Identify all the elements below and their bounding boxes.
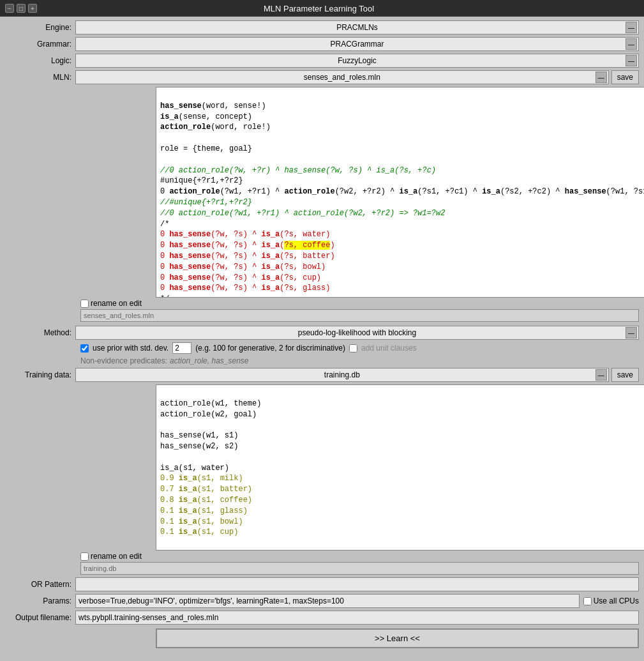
mln-dropdown[interactable]: senses_and_roles.mln — — [75, 70, 609, 84]
method-arrow[interactable]: — — [625, 327, 637, 338]
training-filename-input[interactable] — [80, 562, 639, 575]
options-row: use prior with std. dev. (e.g. 100 for g… — [80, 342, 639, 354]
engine-dropdown[interactable]: PRACMLNs — — [75, 20, 639, 34]
use-all-cpus-label: Use all CPUs — [594, 596, 639, 605]
or-pattern-input[interactable] — [75, 577, 639, 591]
output-label: Output filename: — [5, 613, 75, 622]
engine-label: Engine: — [5, 23, 75, 32]
mln-row: MLN: senses_and_roles.mln — save — [5, 70, 639, 84]
method-value: pseudo-log-likelihood with blocking — [298, 328, 416, 337]
std-dev-input[interactable] — [172, 342, 191, 354]
add-unit-checkbox[interactable] — [349, 344, 357, 353]
example-text: (e.g. 100 for generative, 2 for discrimi… — [195, 344, 345, 353]
use-all-cpus-checkbox[interactable] — [583, 597, 592, 605]
engine-value: PRACMLNs — [336, 23, 378, 32]
training-arrow[interactable]: — — [595, 369, 607, 381]
output-filename-input[interactable] — [75, 611, 639, 625]
training-code-editor[interactable]: action_role(w1, theme) action_role(w2, g… — [156, 385, 644, 551]
grammar-row: Grammar: PRACGrammar — — [5, 37, 639, 51]
learn-button[interactable]: >> Learn << — [156, 628, 639, 648]
training-rename-label: rename on edit — [91, 552, 142, 561]
training-dropdown[interactable]: training.db — — [75, 368, 609, 382]
method-dropdown[interactable]: pseudo-log-likelihood with blocking — — [75, 326, 639, 340]
params-label: Params: — [5, 596, 75, 605]
minimize-btn[interactable]: − — [5, 4, 14, 13]
logic-row: Logic: FuzzyLogic — — [5, 54, 639, 68]
engine-row: Engine: PRACMLNs — — [5, 20, 639, 34]
output-row: Output filename: — [5, 611, 639, 625]
window-title: MLN Parameter Learning Tool — [37, 4, 601, 13]
mln-filename: senses_and_roles.mln — [304, 73, 380, 82]
logic-dropdown[interactable]: FuzzyLogic — — [75, 54, 639, 68]
add-unit-label: add unit clauses — [361, 344, 417, 353]
predicates-row: Non-evidence predicates: action_role, ha… — [80, 356, 639, 365]
grammar-dropdown[interactable]: PRACGrammar — — [75, 37, 639, 51]
engine-arrow[interactable]: — — [625, 22, 637, 33]
mln-arrow[interactable]: — — [595, 72, 607, 83]
mln-label: MLN: — [5, 73, 75, 82]
use-prior-label: use prior with std. dev. — [93, 344, 168, 353]
title-bar: − □ + MLN Parameter Learning Tool — [0, 0, 644, 17]
training-rename-row: rename on edit — [80, 552, 639, 561]
grammar-label: Grammar: — [5, 40, 75, 49]
close-btn[interactable]: □ — [17, 4, 26, 13]
training-label: Training data: — [5, 370, 75, 379]
params-row: Params: Use all CPUs — [5, 594, 639, 608]
mln-filename-input[interactable] — [80, 309, 639, 322]
mln-code-editor[interactable]: has_sense(word, sense!) is_a(sense, conc… — [156, 87, 644, 298]
params-input[interactable] — [75, 594, 580, 608]
mln-save-button[interactable]: save — [611, 70, 639, 84]
training-save-button[interactable]: save — [611, 368, 639, 382]
training-rename-checkbox[interactable] — [80, 552, 89, 561]
method-row: Method: pseudo-log-likelihood with block… — [5, 326, 639, 340]
mln-rename-row: rename on edit — [80, 299, 639, 308]
grammar-arrow[interactable]: — — [625, 38, 637, 50]
mln-rename-checkbox[interactable] — [80, 300, 89, 308]
logic-arrow[interactable]: — — [625, 55, 637, 66]
training-row: Training data: training.db — save — [5, 368, 639, 382]
or-pattern-label: OR Pattern: — [5, 580, 75, 589]
mln-rename-label: rename on edit — [91, 299, 142, 308]
predicates-label: Non-evidence predicates: — [80, 356, 167, 365]
or-pattern-row: OR Pattern: — [5, 577, 639, 591]
training-filename: training.db — [324, 370, 360, 379]
method-label: Method: — [5, 328, 75, 337]
grammar-value: PRACGrammar — [330, 40, 384, 49]
predicates-value: action_role, has_sense — [170, 356, 248, 365]
maximize-btn[interactable]: + — [28, 4, 37, 13]
use-prior-checkbox[interactable] — [80, 344, 89, 353]
logic-value: FuzzyLogic — [338, 56, 377, 65]
logic-label: Logic: — [5, 56, 75, 65]
